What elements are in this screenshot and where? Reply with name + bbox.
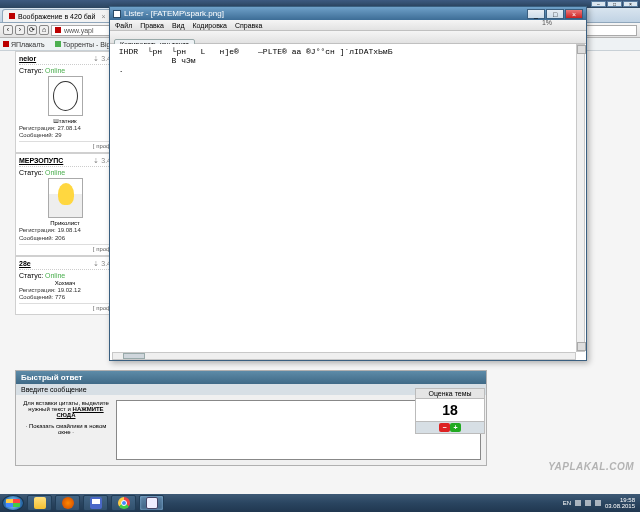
- watermark: YAPLAKAL.COM: [548, 461, 634, 472]
- lister-vscrollbar[interactable]: [576, 44, 585, 352]
- folder-icon: [34, 497, 46, 509]
- lister-menubar: Файл Правка Вид Кодировка Справка: [110, 20, 586, 31]
- tray-sound-icon[interactable]: [595, 500, 601, 506]
- favicon-icon: [9, 13, 15, 19]
- taskbar-wmp[interactable]: [55, 495, 80, 511]
- forward-button[interactable]: ›: [15, 25, 25, 35]
- user-block: neior ⇣ 3.4 Статус: Online Штатник Регис…: [15, 51, 115, 153]
- lister-app-icon: [113, 10, 121, 18]
- browser-tab[interactable]: Воображение в 420 бай ×: [2, 9, 112, 22]
- lister-percent: 1%: [542, 19, 552, 26]
- taskbar-explorer[interactable]: [27, 495, 52, 511]
- tc-icon: [146, 497, 158, 509]
- browser-max-button[interactable]: □: [607, 1, 622, 7]
- menu-help[interactable]: Справка: [235, 22, 262, 29]
- user-name-link[interactable]: neior: [19, 55, 36, 63]
- browser-min-button[interactable]: –: [591, 1, 606, 7]
- lister-title-text: Lister - [FATEMP\spark.png]: [124, 9, 224, 18]
- user-role: Хохмач: [19, 280, 111, 286]
- profile-button[interactable]: [ проф: [19, 303, 111, 311]
- lister-toolbar: Копировать как текст: [110, 31, 586, 44]
- thread-rating: Оценка темы 18 − +: [415, 388, 485, 434]
- user-reg: Регистрация: 27.08.14: [19, 125, 111, 132]
- taskbar-chrome[interactable]: [111, 495, 136, 511]
- taskbar: EN 19:58 03.08.2015: [0, 494, 640, 512]
- reply-sidebar: Для вставки цитаты, выделите нужный текс…: [21, 400, 111, 460]
- rating-minus-button[interactable]: −: [439, 423, 450, 432]
- tray-flag-icon[interactable]: [575, 500, 581, 506]
- users-column: neior ⇣ 3.4 Статус: Online Штатник Регис…: [15, 51, 115, 315]
- menu-view[interactable]: Вид: [172, 22, 185, 29]
- lister-max-button[interactable]: □: [546, 9, 564, 19]
- menu-encoding[interactable]: Кодировка: [193, 22, 227, 29]
- rating-title: Оценка темы: [415, 388, 485, 399]
- user-role: Штатник: [19, 118, 111, 124]
- profile-button[interactable]: [ проф: [19, 244, 111, 252]
- bookmark-label: ЯПлакалъ: [11, 41, 45, 48]
- user-block: 28e ⇣ 3.4 Статус: Online Хохмач Регистра…: [15, 256, 115, 315]
- home-button[interactable]: ⌂: [39, 25, 49, 35]
- taskbar-save[interactable]: [83, 495, 108, 511]
- back-button[interactable]: ‹: [3, 25, 13, 35]
- user-status: Статус: Online: [19, 169, 111, 176]
- user-name-link[interactable]: 28e: [19, 260, 31, 268]
- user-msgs: Сообщений: 29: [19, 132, 111, 139]
- start-button[interactable]: [2, 495, 24, 511]
- reload-button[interactable]: ⟳: [27, 25, 37, 35]
- rating-plus-button[interactable]: +: [450, 423, 461, 432]
- lister-content[interactable]: IHDR └pн └pн L н]e® —PLTE® aа ®J°°cн ]´л…: [112, 44, 576, 352]
- reply-title: Быстрый ответ: [16, 371, 486, 384]
- bookmark-item[interactable]: ЯПлакалъ: [3, 41, 45, 48]
- chrome-icon: [118, 497, 130, 509]
- diskette-icon: [90, 497, 102, 509]
- user-reg: Регистрация: 19.02.12: [19, 287, 111, 294]
- tray-network-icon[interactable]: [585, 500, 591, 506]
- user-status: Статус: Online: [19, 272, 111, 279]
- taskbar-clock[interactable]: 19:58 03.08.2015: [605, 497, 635, 509]
- user-avatar[interactable]: [48, 178, 83, 218]
- user-msgs: Сообщений: 206: [19, 235, 111, 242]
- user-block: МЕРЗОПУПС ⇣ 3.4 Статус: Online Приколист…: [15, 153, 115, 255]
- hscroll-thumb[interactable]: [123, 353, 145, 359]
- profile-button[interactable]: [ проф: [19, 141, 111, 149]
- browser-close-button[interactable]: ×: [623, 1, 638, 7]
- user-status: Статус: Online: [19, 67, 111, 74]
- menu-file[interactable]: Файл: [115, 22, 132, 29]
- address-text: www.yapl: [64, 26, 94, 35]
- bookmark-icon: [3, 41, 9, 47]
- rating-value: 18: [415, 399, 485, 422]
- system-tray[interactable]: EN 19:58 03.08.2015: [560, 497, 638, 509]
- lister-hscrollbar[interactable]: [112, 352, 576, 360]
- user-avatar[interactable]: [48, 76, 83, 116]
- lister-min-button[interactable]: _: [527, 9, 545, 19]
- tab-label: Воображение в 420 бай: [18, 13, 95, 20]
- tab-close-icon[interactable]: ×: [101, 13, 105, 20]
- smilies-link[interactable]: · Показать смайлики в новом окне ·: [21, 423, 111, 435]
- bookmark-icon: [55, 41, 61, 47]
- wmp-icon: [62, 497, 74, 509]
- user-reg: Регистрация: 19.08.14: [19, 227, 111, 234]
- user-msgs: Сообщений: 776: [19, 294, 111, 301]
- lister-window: Lister - [FATEMP\spark.png] 1% _ □ × Фай…: [109, 6, 587, 361]
- site-favicon-icon: [55, 27, 61, 33]
- taskbar-totalcmd[interactable]: [139, 495, 164, 511]
- lister-titlebar[interactable]: Lister - [FATEMP\spark.png] 1% _ □ ×: [110, 7, 586, 20]
- lister-close-button[interactable]: ×: [565, 9, 583, 19]
- user-name-link[interactable]: МЕРЗОПУПС: [19, 157, 63, 165]
- lang-indicator[interactable]: EN: [563, 500, 571, 506]
- menu-edit[interactable]: Правка: [140, 22, 164, 29]
- user-role: Приколист: [19, 220, 111, 226]
